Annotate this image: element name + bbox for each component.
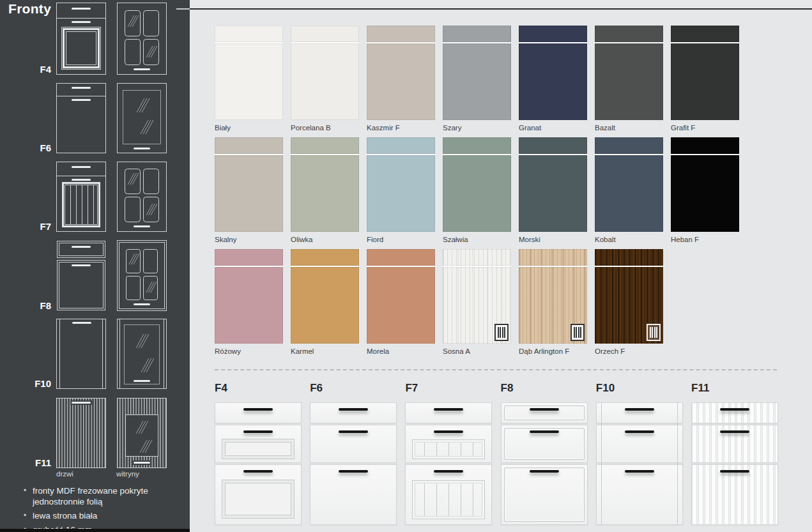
color-swatch: Fiord — [367, 137, 435, 243]
front-row-f8: F8 — [19, 240, 167, 311]
drawer-handle — [720, 408, 749, 411]
vitrines-column-label: witryny — [116, 470, 139, 478]
swatch-body — [443, 43, 511, 120]
inner-frame — [504, 428, 585, 460]
drawer-front — [501, 464, 588, 525]
drawer-front — [310, 425, 397, 463]
swatch-row-2: SkalnyOliwkaFiordSzałwiaMorskiKobaltHeba… — [215, 137, 739, 243]
swatch-drawer-strip — [519, 137, 587, 154]
swatch-label: Sosna A — [443, 347, 511, 355]
swatch-label: Karmel — [291, 347, 359, 355]
front-preview-label: F7 — [405, 382, 492, 395]
drawer-handle — [625, 430, 654, 433]
swatch-label: Skalny — [215, 236, 283, 243]
front-preview-f4: F4 — [215, 382, 302, 525]
drawer-handle — [434, 470, 463, 473]
top-rule — [190, 8, 812, 10]
f7-door-drawing — [56, 162, 106, 232]
f6-door-drawing — [56, 83, 106, 153]
drawer-front — [405, 464, 492, 525]
edge-groove-line — [601, 402, 602, 525]
f11-glass-drawing — [117, 398, 167, 468]
swatch-body — [215, 267, 283, 344]
swatch-drawer-strip — [519, 26, 587, 42]
drawer-front — [405, 425, 492, 463]
drawer-front — [691, 464, 778, 525]
f4-glass-drawing — [117, 3, 167, 75]
front-preview-card — [596, 402, 683, 525]
swatch-drawer-strip — [671, 26, 739, 42]
inner-frame — [504, 467, 585, 522]
swatch-drawer-strip — [215, 137, 283, 154]
drawer-front — [691, 402, 778, 423]
front-row-f10: F10 — [19, 319, 167, 389]
drawer-front — [215, 464, 302, 525]
front-row-f11: F11 — [19, 398, 167, 468]
color-swatch: Morski — [519, 137, 587, 243]
swatch-label: Różowy — [215, 347, 283, 355]
swatch-drawer-strip — [291, 249, 359, 266]
swatch-label: Fiord — [367, 236, 435, 243]
color-swatch: Sosna A — [443, 249, 511, 355]
swatch-drawer-strip — [595, 26, 663, 42]
color-swatch: Heban F — [671, 137, 739, 243]
swatch-drawer-strip — [595, 249, 663, 266]
drawer-handle — [720, 470, 749, 473]
swatch-body — [519, 155, 587, 232]
swatch-drawer-strip — [443, 137, 511, 154]
swatch-label: Orzech F — [595, 347, 663, 355]
swatch-drawer-strip — [367, 26, 435, 42]
swatch-drawer-strip — [367, 249, 435, 266]
f8-door-drawing — [56, 240, 106, 311]
top-rule-tick — [176, 8, 190, 10]
front-preview-card — [501, 402, 588, 525]
swatch-body — [291, 155, 359, 232]
drawer-front — [596, 425, 683, 463]
f10-door-drawing — [56, 319, 106, 389]
edge-groove-line — [677, 402, 678, 525]
swatch-body — [215, 43, 283, 120]
drawer-handle — [339, 470, 368, 473]
f4-door-drawing — [56, 3, 106, 75]
front-preview-card — [691, 402, 778, 525]
swatch-body — [443, 155, 511, 232]
wood-grain-icon — [571, 324, 585, 341]
color-swatch: Dąb Arlington F — [519, 249, 587, 355]
drawer-front — [310, 402, 397, 423]
color-swatch: Oliwka — [291, 137, 359, 243]
front-row-label: F7 — [19, 221, 51, 232]
f8-glass-drawing — [117, 240, 167, 311]
swatch-drawer-strip — [671, 137, 739, 154]
swatch-label: Szary — [443, 124, 511, 132]
swatch-drawer-strip — [443, 249, 511, 266]
color-swatch: Różowy — [215, 249, 283, 355]
drawer-handle — [625, 408, 654, 411]
color-swatch: Kaszmir F — [367, 26, 435, 132]
front-row-label: F10 — [19, 378, 51, 389]
front-preview-card — [310, 402, 397, 525]
swatch-drawer-strip — [215, 26, 283, 42]
color-swatch: Biały — [215, 26, 283, 132]
drawer-handle — [625, 470, 654, 473]
swatch-drawer-strip — [367, 137, 435, 154]
drawer-front — [501, 402, 588, 423]
color-swatch: Grafit F — [671, 26, 739, 132]
drawer-front — [215, 402, 302, 423]
color-swatch: Szałwia — [443, 137, 511, 243]
color-swatch: Porcelana B — [291, 26, 359, 132]
front-preview-f8: F8 — [501, 382, 588, 525]
drawer-handle — [720, 430, 749, 433]
beveled-panel — [222, 480, 294, 518]
swatch-label: Heban F — [671, 236, 739, 243]
front-row-label: F6 — [19, 142, 51, 153]
drawer-handle — [434, 408, 463, 411]
color-swatch: Karmel — [291, 249, 359, 355]
swatch-label: Morela — [367, 347, 435, 355]
swatch-body — [291, 267, 359, 344]
f7-glass-drawing — [117, 162, 167, 232]
front-row-f4: F4 — [19, 3, 167, 75]
swatch-body — [443, 267, 511, 344]
color-swatch: Bazalt — [595, 26, 663, 132]
color-swatch: Kobalt — [595, 137, 663, 243]
drawer-handle — [243, 470, 273, 473]
